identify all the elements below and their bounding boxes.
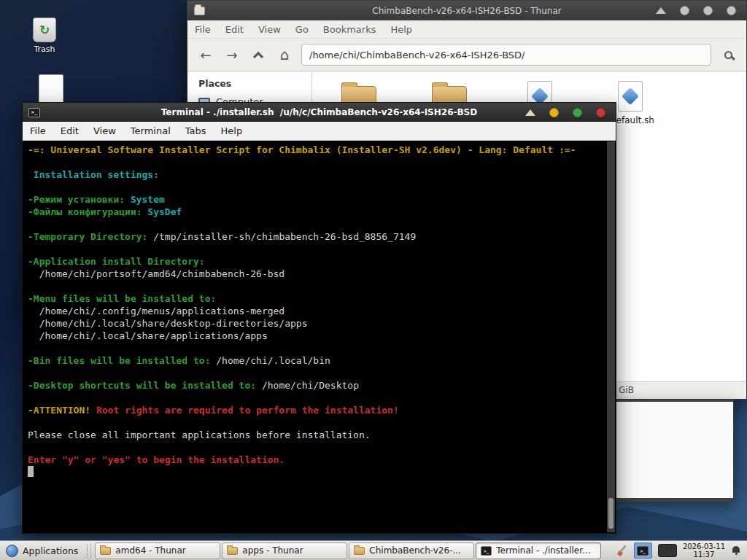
path-input[interactable]: /home/chi/ChimbaBench-v26-x64-ISH26-BSD/ bbox=[301, 44, 711, 66]
terminal-line bbox=[28, 392, 607, 404]
terminal-line bbox=[28, 441, 607, 454]
desktop: ↻ Trash ChimbaBench-v26-x64-ISH26-BSD - … bbox=[0, 0, 747, 560]
terminal-line bbox=[28, 243, 607, 255]
search-button[interactable] bbox=[719, 45, 738, 64]
thunar-menu-go[interactable]: Go bbox=[288, 22, 316, 37]
folder-icon bbox=[227, 547, 238, 555]
terminal-menu-help[interactable]: Help bbox=[214, 123, 250, 139]
minimize-button[interactable] bbox=[680, 6, 689, 15]
terminal-cursor bbox=[28, 466, 34, 477]
thunar-menu-help[interactable]: Help bbox=[383, 22, 419, 37]
chevron-up-icon bbox=[253, 52, 263, 62]
terminal-line: Installation settings: bbox=[28, 168, 607, 181]
forward-button[interactable]: → bbox=[222, 45, 241, 64]
terminal-line: -Application install Directory: bbox=[28, 255, 607, 268]
applications-icon bbox=[6, 545, 18, 557]
task-label: Terminal - ./installer... bbox=[496, 545, 590, 556]
maximize-button[interactable] bbox=[703, 6, 713, 15]
terminal-menu-edit[interactable]: Edit bbox=[53, 123, 86, 139]
terminal-line bbox=[28, 218, 607, 230]
terminal-line: -Режим установки: System bbox=[28, 193, 607, 206]
tool-tray-icon[interactable] bbox=[616, 545, 628, 557]
terminal-line: -ATTENTION! Root rights are required to … bbox=[28, 404, 607, 416]
applications-menu-button[interactable]: Applications bbox=[3, 543, 84, 559]
maximize-button[interactable] bbox=[573, 108, 582, 117]
terminal-line: Please close all important applications … bbox=[28, 429, 607, 441]
shade-button[interactable] bbox=[656, 7, 666, 14]
notifications-bell-icon[interactable] bbox=[731, 545, 741, 556]
terminal-window-icon: >_ bbox=[28, 108, 40, 117]
shade-button[interactable] bbox=[525, 109, 535, 116]
minimize-button[interactable] bbox=[549, 108, 559, 117]
terminal-line: Enter "y" or "yes" to begin the installa… bbox=[28, 454, 607, 466]
taskbar: Applications amd64 - Thunarapps - Thunar… bbox=[0, 540, 747, 560]
terminal-output[interactable]: -=: Universal Software Installer Script … bbox=[23, 141, 607, 532]
folder-icon bbox=[354, 547, 365, 555]
terminal-line: -Bin files will be installed to: /home/c… bbox=[28, 354, 607, 367]
close-button[interactable] bbox=[727, 6, 736, 15]
task-label: amd64 - Thunar bbox=[115, 545, 185, 556]
terminal-line bbox=[28, 466, 607, 478]
system-tray: >_ 2026-03-11 11:37 bbox=[616, 542, 744, 559]
terminal-line: -Файлы конфигурации: SysDef bbox=[28, 206, 607, 218]
clock[interactable]: 2026-03-11 11:37 bbox=[683, 542, 725, 559]
terminal-menu-tabs[interactable]: Tabs bbox=[178, 123, 214, 139]
thunar-toolbar: ← → ⌂ /home/chi/ChimbaBench-v26-x64-ISH2… bbox=[187, 39, 746, 71]
terminal-titlebar[interactable]: >_ Terminal - ./installer.sh /u/h/c/Chim… bbox=[23, 103, 616, 122]
terminal-line: -Temporary Directory: /tmp/installer-sh/… bbox=[28, 230, 607, 243]
search-icon bbox=[724, 51, 732, 59]
close-button[interactable] bbox=[596, 108, 605, 117]
places-header: Places bbox=[198, 78, 311, 89]
terminal-line: /home/chi/.local/share/desktop-directori… bbox=[28, 317, 607, 330]
scrollbar-thumb[interactable] bbox=[608, 498, 614, 529]
thunar-titlebar[interactable]: ChimbaBench-v26-x64-ISH26-BSD - Thunar bbox=[187, 1, 746, 20]
clock-date: 2026-03-11 bbox=[683, 542, 725, 551]
terminal-line bbox=[28, 280, 607, 292]
terminal-line bbox=[28, 181, 607, 193]
terminal-menu-terminal[interactable]: Terminal bbox=[123, 123, 178, 139]
terminal-icon: >_ bbox=[637, 546, 649, 556]
task-label: apps - Thunar bbox=[242, 545, 303, 556]
terminal-line: /home/chi/portsoft/amd64/chimbabench-26-… bbox=[28, 268, 607, 280]
taskbar-task-3[interactable]: ChimbaBench-v26-... bbox=[349, 542, 474, 559]
thunar-window-icon bbox=[194, 7, 205, 15]
taskbar-task-1[interactable]: amd64 - Thunar bbox=[95, 542, 220, 559]
terminal-line: -Menu files will be installed to: bbox=[28, 292, 607, 305]
terminal-menubar: FileEditViewTerminalTabsHelp bbox=[23, 122, 616, 141]
terminal-scrollbar[interactable] bbox=[607, 141, 615, 532]
terminal-line bbox=[28, 367, 607, 379]
desktop-icon-file[interactable] bbox=[31, 74, 71, 105]
home-button[interactable]: ⌂ bbox=[275, 45, 294, 64]
folder-icon bbox=[100, 547, 111, 555]
terminal-line: -=: Universal Software Installer Script … bbox=[28, 144, 607, 156]
statusbar-text: GiB bbox=[619, 385, 634, 395]
taskbar-separator bbox=[87, 544, 91, 558]
display-tray-icon[interactable] bbox=[658, 544, 677, 557]
thunar-menu-edit[interactable]: Edit bbox=[218, 22, 251, 37]
thunar-menu-view[interactable]: View bbox=[251, 22, 288, 37]
terminal-tray-icon[interactable]: >_ bbox=[634, 542, 652, 559]
thunar-menubar: FileEditViewGoBookmarksHelp bbox=[187, 20, 746, 39]
taskbar-task-4[interactable]: >_Terminal - ./installer... bbox=[476, 542, 601, 559]
trash-label: Trash bbox=[24, 44, 65, 54]
file-icon bbox=[39, 74, 63, 105]
terminal-line: /home/chi/.local/share/applications/apps bbox=[28, 330, 607, 342]
shell-script-icon bbox=[618, 81, 643, 112]
terminal-line: -Desktop shortcuts will be installed to:… bbox=[28, 379, 607, 392]
thunar-menu-bookmarks[interactable]: Bookmarks bbox=[316, 22, 384, 37]
terminal-menu-view[interactable]: View bbox=[86, 123, 123, 139]
terminal-menu-file[interactable]: File bbox=[23, 123, 53, 139]
thunar-menu-file[interactable]: File bbox=[187, 22, 218, 37]
up-button[interactable] bbox=[249, 45, 268, 64]
applications-label: Applications bbox=[23, 545, 78, 556]
taskbar-tasks: amd64 - Thunarapps - ThunarChimbaBench-v… bbox=[94, 542, 602, 559]
terminal-line bbox=[28, 156, 607, 168]
trash-icon: ↻ bbox=[33, 18, 56, 42]
terminal-line bbox=[28, 342, 607, 354]
terminal-icon: >_ bbox=[481, 546, 492, 556]
clock-time: 11:37 bbox=[683, 551, 725, 559]
task-label: ChimbaBench-v26-... bbox=[369, 545, 461, 556]
back-button[interactable]: ← bbox=[196, 45, 215, 64]
desktop-icon-trash[interactable]: ↻ Trash bbox=[24, 18, 65, 54]
taskbar-task-2[interactable]: apps - Thunar bbox=[222, 542, 347, 559]
